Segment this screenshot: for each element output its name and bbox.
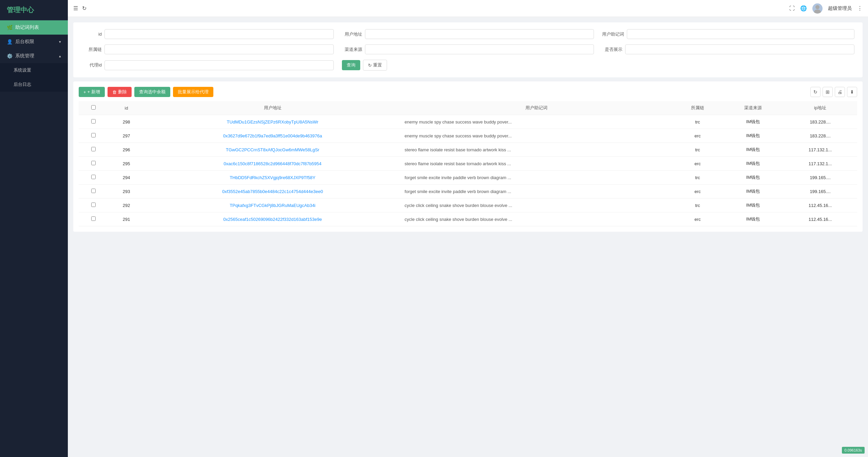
cell-ip: 117.132.1... — [783, 157, 857, 171]
row-checkbox[interactable] — [91, 133, 96, 137]
download-icon[interactable]: ⬇ — [847, 87, 857, 97]
query-balance-button[interactable]: 查询选中余额 — [134, 87, 170, 97]
cell-address: 0x3627d9e672b1f9a7ed9a3ff51e004de9b46397… — [144, 129, 401, 143]
cell-checkbox — [79, 212, 108, 226]
sidebar-item-label: 后台日志 — [14, 81, 31, 88]
cell-checkbox — [79, 171, 108, 185]
refresh-icon[interactable]: ↻ — [82, 5, 86, 12]
table-row: 297 0x3627d9e672b1f9a7ed9a3ff51e004de9b4… — [79, 129, 857, 143]
select-all-checkbox[interactable] — [91, 105, 96, 110]
content-area: id 用户地址 用户助记词 所属链 渠道来源 — [68, 17, 868, 457]
cell-id: 298 — [108, 115, 144, 129]
cell-id: 292 — [108, 198, 144, 212]
search-row-id: id — [81, 29, 334, 39]
address-link[interactable]: TGwGC2PCCrnST8xAfQJocGw6mMWe58LgSr — [226, 147, 320, 152]
more-icon[interactable]: ⋮ — [857, 5, 863, 12]
header-right: ⛶ 🌐 超级管理员 ⋮ — [789, 3, 863, 14]
print-icon[interactable]: 🖨 — [835, 87, 845, 97]
search-row-address: 用户地址 — [342, 29, 594, 39]
header: ☰ ↻ ⛶ 🌐 超级管理员 ⋮ — [68, 0, 868, 17]
input-chain[interactable] — [104, 44, 334, 54]
toggle-menu-icon[interactable]: ☰ — [73, 5, 78, 12]
cell-channel: IM钱包 — [723, 171, 784, 185]
trash-icon: 🗑 — [112, 90, 117, 95]
address-link[interactable]: TPqkafxg3FTvCGkPj8bJGRuMaEUgcAb34i — [230, 203, 315, 208]
cell-id: 293 — [108, 185, 144, 198]
grid-view-icon[interactable]: ⊞ — [823, 87, 833, 97]
search-row-mnemonic: 用户助记词 — [602, 29, 854, 39]
reset-icon: ↻ — [368, 63, 372, 68]
cell-chain: trc — [673, 143, 723, 157]
cell-ip: 199.165.... — [783, 185, 857, 198]
address-link[interactable]: 0xac6c150c8f7186528c2d966448f70dc7f87b59… — [224, 161, 321, 166]
sidebar-item-mnemonic-list[interactable]: 🌿 助记词列表 — [0, 20, 68, 35]
cell-checkbox — [79, 115, 108, 129]
row-checkbox[interactable] — [91, 119, 96, 123]
sidebar-item-backend-permission[interactable]: 👤 后台权限 ▾ — [0, 35, 68, 49]
cell-checkbox — [79, 198, 108, 212]
input-channel[interactable] — [365, 44, 594, 54]
row-checkbox[interactable] — [91, 147, 96, 151]
cell-ip: 183.228.... — [783, 129, 857, 143]
th-id: id — [108, 101, 144, 115]
sidebar-item-system-management[interactable]: ⚙️ 系统管理 ▴ — [0, 49, 68, 63]
label-chain: 所属链 — [81, 46, 102, 53]
cell-mnemonic: cycle click ceiling snake shove burden b… — [401, 198, 673, 212]
row-checkbox[interactable] — [91, 175, 96, 179]
input-show[interactable] — [625, 44, 854, 54]
username-label: 超级管理员 — [828, 5, 852, 12]
input-mnemonic[interactable] — [627, 29, 854, 39]
table-row: 294 THbDD5FdRkchZ5XVgjq9re68XJXP9Tf58Y f… — [79, 171, 857, 185]
sidebar-sub-system: 系统设置 后台日志 — [0, 63, 68, 92]
label-id: id — [81, 32, 102, 37]
address-link[interactable]: 0xf3552e45ab7855b0e4484c22c1c4754d444e3e… — [222, 189, 323, 194]
address-link[interactable]: 0x2565ceaf1c50269096b2422f332d163abf153e… — [223, 217, 322, 222]
cell-mnemonic: cycle click ceiling snake shove burden b… — [401, 212, 673, 226]
cell-chain: erc — [673, 129, 723, 143]
refresh-table-icon[interactable]: ↻ — [810, 87, 821, 97]
cell-mnemonic: stereo flame isolate resist base tornado… — [401, 143, 673, 157]
label-mnemonic: 用户助记词 — [602, 31, 624, 37]
search-row-chain: 所属链 — [81, 44, 334, 54]
row-checkbox[interactable] — [91, 203, 96, 207]
table-row: 293 0xf3552e45ab7855b0e4484c22c1c4754d44… — [79, 185, 857, 198]
address-link[interactable]: TUdMDu1GEzsNSjZEPz6RXobyTpU8A5NsWr — [227, 119, 319, 125]
cell-checkbox — [79, 157, 108, 171]
version-badge: 0.096163s — [842, 447, 865, 454]
user-icon: 👤 — [7, 39, 13, 44]
row-checkbox[interactable] — [91, 189, 96, 193]
query-button[interactable]: 查询 — [342, 60, 360, 70]
add-button[interactable]: + + 新增 — [79, 87, 105, 97]
cell-ip: 112.45.16... — [783, 212, 857, 226]
row-checkbox[interactable] — [91, 161, 96, 165]
sidebar-item-backend-log[interactable]: 后台日志 — [0, 77, 68, 92]
label-channel: 渠道来源 — [342, 46, 362, 53]
cell-mnemonic: stereo flame isolate resist base tornado… — [401, 157, 673, 171]
fullscreen-icon[interactable]: ⛶ — [789, 5, 795, 12]
cell-chain: trc — [673, 171, 723, 185]
address-link[interactable]: THbDD5FdRkchZ5XVgjq9re68XJXP9Tf58Y — [230, 175, 315, 180]
address-link[interactable]: 0x3627d9e672b1f9a7ed9a3ff51e004de9b46397… — [223, 133, 322, 138]
cell-id: 295 — [108, 157, 144, 171]
cell-ip: 183.228.... — [783, 115, 857, 129]
cell-id: 294 — [108, 171, 144, 185]
search-card: id 用户地址 用户助记词 所属链 渠道来源 — [73, 22, 863, 77]
table-toolbar: + + 新增 🗑 删除 查询选中余额 批量展示给代理 ↻ ⊞ 🖨 ⬇ — [79, 87, 857, 97]
batch-show-button[interactable]: 批量展示给代理 — [173, 87, 213, 97]
input-agent[interactable] — [104, 60, 334, 70]
input-id[interactable] — [104, 29, 334, 39]
row-checkbox[interactable] — [91, 216, 96, 221]
reset-button[interactable]: ↻ 重置 — [363, 60, 387, 71]
cell-chain: erc — [673, 185, 723, 198]
input-address[interactable] — [365, 29, 594, 39]
cell-address: 0xac6c150c8f7186528c2d966448f70dc7f87b59… — [144, 157, 401, 171]
label-show: 是否展示 — [602, 46, 622, 53]
sidebar-item-system-settings[interactable]: 系统设置 — [0, 63, 68, 77]
table-row: 292 TPqkafxg3FTvCGkPj8bJGRuMaEUgcAb34i c… — [79, 198, 857, 212]
table-row: 295 0xac6c150c8f7186528c2d966448f70dc7f8… — [79, 157, 857, 171]
th-channel: 渠道来源 — [723, 101, 784, 115]
table-body: 298 TUdMDu1GEzsNSjZEPz6RXobyTpU8A5NsWr e… — [79, 115, 857, 226]
th-chain: 所属链 — [673, 101, 723, 115]
delete-button[interactable]: 🗑 删除 — [108, 87, 132, 97]
globe-icon[interactable]: 🌐 — [800, 5, 807, 12]
